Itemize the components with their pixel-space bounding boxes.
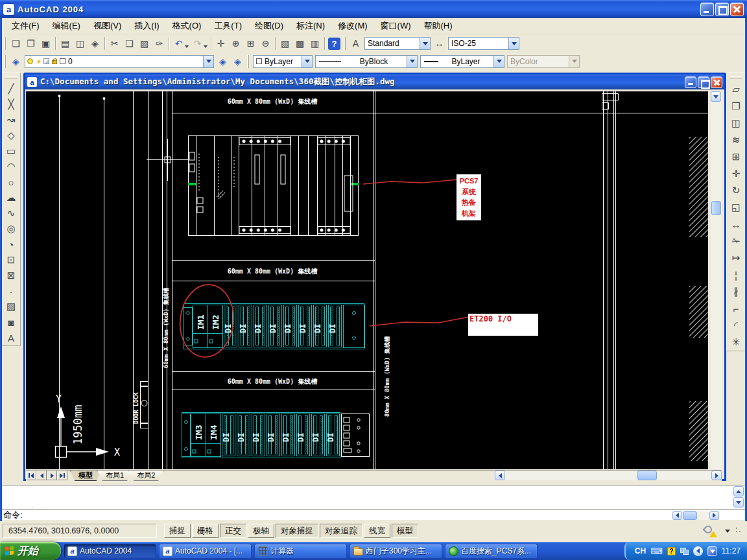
dim-style-select[interactable]: ISO-25 (448, 37, 519, 50)
model-toggle[interactable]: 模型 (392, 524, 418, 538)
command-prompt[interactable]: 命令: (3, 509, 23, 521)
maximize-button[interactable] (715, 3, 729, 16)
drawing-vertical-scrollbar[interactable] (711, 91, 722, 469)
stretch-button[interactable]: ↔ (728, 216, 744, 233)
rectangle-button[interactable]: ▭ (3, 143, 19, 159)
save-button[interactable]: ▣ (38, 36, 53, 51)
chevron-down-icon[interactable] (302, 56, 312, 67)
tab-model[interactable]: 模型 (70, 471, 101, 481)
ellipse-button[interactable]: ◎ (3, 221, 19, 237)
taskbar-task-autocad-doc[interactable]: a AutoCAD 2004 - [... (159, 544, 252, 559)
start-button[interactable]: 开始 (0, 542, 61, 560)
undo-button[interactable]: ↶ (171, 36, 186, 51)
toolbar-grip[interactable] (4, 55, 6, 68)
cut-button[interactable]: ✂ (107, 36, 122, 51)
taskbar-task-calculator[interactable]: 计算器 (254, 544, 347, 559)
command-window[interactable]: 自动保存到 C:\Documents and Settings\Administ… (1, 485, 746, 520)
menu-insert[interactable]: 插入(I) (128, 19, 165, 33)
status-menu-caret-icon[interactable] (725, 530, 730, 533)
command-splitter[interactable] (2, 509, 745, 510)
zoom-realtime-button[interactable]: ⊕ (228, 36, 243, 51)
help-tray-icon[interactable]: ? (667, 547, 676, 555)
dim-style-icon[interactable]: ↔ (432, 36, 447, 51)
zoom-previous-button[interactable]: ⊖ (258, 36, 273, 51)
menu-help[interactable]: 帮助(H) (418, 19, 458, 33)
minimize-button[interactable] (700, 3, 714, 16)
revision-cloud-button[interactable]: ☁ (3, 190, 19, 205)
extend-button[interactable]: ↦ (728, 250, 744, 266)
text-style-icon[interactable]: A (348, 36, 363, 51)
line-button[interactable]: ╱ (3, 81, 19, 97)
app-titlebar[interactable]: a AutoCAD 2004 (0, 0, 747, 18)
coordinates-display[interactable]: 6354.4760, 3010.6976, 0.0000 (3, 524, 157, 538)
grid-toggle[interactable]: 栅格 (192, 524, 219, 538)
mirror-button[interactable]: ◫ (728, 115, 744, 132)
tab-first-button[interactable] (26, 471, 36, 480)
point-button[interactable]: · (3, 283, 19, 299)
ellipse-arc-button[interactable]: ◔ (3, 237, 19, 252)
explode-button[interactable]: ✳ (728, 334, 744, 351)
tab-layout1[interactable]: 布局1 (97, 471, 132, 481)
communication-center-icon[interactable] (703, 524, 717, 537)
open-file-button[interactable]: ❐ (23, 36, 38, 51)
polyline-button[interactable]: ↝ (3, 112, 19, 128)
pan-button[interactable]: ✛ (213, 36, 228, 51)
chevron-down-icon[interactable] (203, 56, 213, 67)
otrack-toggle[interactable]: 对象追踪 (320, 524, 362, 538)
new-file-button[interactable]: ❏ (8, 36, 23, 51)
vertical-scroll-thumb[interactable] (711, 201, 721, 215)
command-scroll-up-button[interactable] (733, 486, 744, 496)
copy-object-button[interactable]: ❐ (728, 98, 744, 115)
tray-app-icon[interactable] (707, 546, 717, 556)
text-style-select[interactable]: Standard (364, 37, 431, 50)
tray-collapse-chevron[interactable] (693, 546, 703, 556)
clock[interactable]: 11:27 (722, 546, 741, 555)
taskbar-task-browser[interactable]: 百度搜索_PCS7系... (445, 544, 538, 559)
doc-minimize-button[interactable] (685, 76, 696, 88)
tab-next-button[interactable] (47, 471, 57, 480)
menu-format[interactable]: 格式(O) (167, 19, 208, 33)
layer-manager-button[interactable]: ◈ (8, 54, 23, 69)
multiline-text-button[interactable]: A (3, 330, 19, 345)
lineweight-select[interactable]: ByLayer (420, 55, 504, 68)
menu-window[interactable]: 窗口(W) (375, 19, 417, 33)
undo-dropdown-icon[interactable] (185, 45, 189, 48)
zoom-window-button[interactable]: ⊞ (243, 36, 258, 51)
polygon-button[interactable]: ◇ (3, 128, 19, 143)
erase-button[interactable]: ▱ (728, 81, 744, 98)
offset-button[interactable]: ≋ (728, 132, 744, 148)
lineweight-toggle[interactable]: 线宽 (364, 524, 390, 538)
redo-button[interactable]: ↷ (190, 36, 205, 51)
break-button[interactable]: ∦ (728, 283, 744, 300)
linetype-select[interactable]: ByBlock (315, 55, 418, 68)
construction-line-button[interactable]: ╳ (3, 97, 19, 112)
taskbar-task-folder[interactable]: 西门子300学习主... (350, 544, 442, 559)
help-button[interactable]: ? (328, 38, 340, 50)
menu-file[interactable]: 文件(F) (6, 19, 45, 33)
chevron-down-icon[interactable] (407, 56, 417, 67)
keyboard-icon[interactable]: ⌨ (650, 546, 663, 556)
resize-grip[interactable] (735, 527, 743, 535)
horizontal-scroll-thumb[interactable] (637, 471, 657, 480)
toolbar-grip[interactable] (729, 76, 742, 78)
layer-freeze-viewport-icon[interactable] (43, 58, 49, 64)
layer-lock-icon[interactable] (52, 60, 57, 64)
menu-draw[interactable]: 绘图(D) (249, 19, 289, 33)
menu-dimension[interactable]: 标注(N) (290, 19, 331, 33)
properties-palette-button[interactable]: ▧ (278, 36, 292, 51)
command-scroll-right-button[interactable] (709, 511, 719, 520)
command-history[interactable]: 自动保存到 C:\Documents and Settings\Administ… (3, 486, 722, 508)
layer-select[interactable]: ☀ 0 (25, 55, 214, 68)
tab-last-button[interactable] (57, 471, 67, 480)
drawing-window-titlebar[interactable]: a C:\Documents and Settings\Administrato… (25, 75, 724, 89)
scale-button[interactable]: ◱ (728, 199, 744, 216)
scroll-left-button[interactable] (495, 471, 505, 480)
layer-previous-button[interactable]: ◈ (230, 54, 245, 69)
plot-preview-button[interactable]: ◫ (73, 36, 88, 51)
scroll-down-button[interactable] (711, 91, 721, 102)
command-scroll-down-button[interactable] (733, 497, 744, 508)
toolbar-grip[interactable] (5, 76, 18, 78)
tool-palettes-button[interactable]: ▥ (307, 36, 322, 51)
doc-close-button[interactable] (711, 76, 722, 88)
command-scroll-thumb[interactable] (683, 511, 697, 520)
